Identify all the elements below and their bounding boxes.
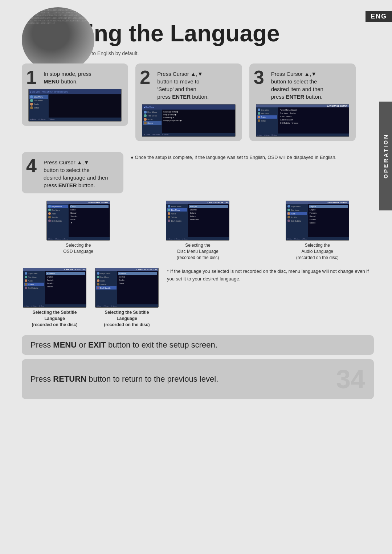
step-3-title-bar: LANGUAGE SETUP: [256, 104, 349, 107]
sub2-menurow-4: Subtitle: [96, 283, 117, 286]
step-2-label-2: Title Menu: [147, 115, 156, 117]
step-3-icon-2: [258, 112, 260, 115]
audio-val-2: English: [309, 208, 348, 211]
screenshot-audio-frame: LANGUAGE SETUP Player Menu Disc Menu: [286, 201, 349, 241]
osd-icon-5: [48, 219, 51, 222]
press-menu-pre: Press: [30, 340, 53, 349]
step-2-item-4: Setup: [143, 121, 162, 125]
sub1-bottom-menu: ☰ Menu: [39, 305, 44, 307]
osd-val-2: Dansk: [70, 208, 109, 211]
step-3-val-3: Audio : French: [279, 115, 348, 118]
screenshot-audio: LANGUAGE SETUP Player Menu Disc Menu: [261, 201, 374, 260]
step-3-right: Player Menu : English Disc Menu : Englis…: [278, 107, 349, 134]
step-4-number: 4: [26, 156, 37, 175]
audio-bottom-return: ↺ Return: [294, 238, 299, 240]
step-1-menu: Disc Menu Title Menu Audio: [29, 94, 121, 118]
screenshot-osd-frame: LANGUAGE SETUP Player Menu Disc Menu: [46, 201, 110, 241]
osd-menurow-3: Audio: [48, 212, 68, 215]
step-2-box: 2 Press Cursor ▲,▼button to move to'Setu…: [135, 63, 242, 141]
step-3-label-title: Title Menu: [261, 112, 269, 115]
sub2-left: Player Menu Disc Menu Audi: [95, 271, 117, 304]
step-3-text: Press Cursor ▲,▼button to select thedesi…: [271, 70, 349, 100]
step-2-screen: ■ Disc Menu Disc Menu Title Menu: [142, 104, 235, 137]
step-1-item-2: Title Menu: [29, 99, 48, 102]
step-1-bottom-menu: ☰ Menu: [48, 118, 55, 120]
sub2-label-5: DivX Subtitle: [100, 287, 111, 289]
sub2-menurow-1: Player Menu: [96, 272, 117, 275]
step-2-screen-content: ■ Disc Menu Disc Menu Title Menu: [142, 104, 235, 136]
osd-label-1: Player Menu: [52, 205, 62, 208]
osd-icon-1: [48, 205, 51, 208]
sub1-caption-bold: Selecting the Subtitle Language(recorded…: [32, 310, 77, 327]
step-3-bottom-return: ↺ Return: [264, 134, 270, 136]
step-1-bottom-enter: ⊕ Enter: [30, 118, 36, 120]
sub1-menurow-3: Audio: [24, 279, 44, 282]
step-4-pre: Press Cursor ▲,▼button to select thedesi…: [44, 159, 108, 188]
step-1-menubar: ■ Disc Menu Press ENTER key for Disc Men…: [29, 89, 121, 94]
step-2-label-3: Audio: [147, 118, 152, 120]
step-2-pre: Press Cursor ▲,▼button to move to'Setup'…: [157, 71, 209, 100]
step-2-menubar-text: ■ Disc Menu: [144, 106, 154, 108]
sub2-label-3: Audio: [100, 280, 105, 282]
audio-label-3: Audio: [291, 213, 295, 215]
step-1-label-4: Setup: [34, 107, 39, 109]
osd-val-4: Svenska: [70, 215, 109, 218]
sub1-icon-2: [25, 276, 27, 278]
operation-sidebar: OPERATION: [379, 102, 392, 210]
disc-menurow-2: Disc Menu: [167, 208, 187, 212]
step-2-text: Press Cursor ▲,▼button to move to'Setup'…: [157, 70, 235, 100]
step-2-number: 2: [140, 68, 150, 87]
step-3-bottom-menu: ☰ Menu: [271, 134, 277, 136]
disc-menurow-4: Subtitle: [167, 216, 187, 219]
sub1-val-3: Deutsch: [46, 279, 85, 282]
audio-bottombar: ⊕ Enter ↺ Return ☰ Menu: [286, 237, 349, 240]
step-2-label-1: Disc Menu: [147, 111, 157, 113]
audio-menurow-2: Disc Menu: [287, 208, 307, 212]
press-menu-bar: Press MENU or EXIT button to exit the se…: [22, 335, 374, 355]
sub2-icon-3: [97, 279, 99, 282]
osd-label-3: Audio: [52, 213, 56, 215]
screenshots-row1: LANGUAGE SETUP Player Menu Disc Menu: [22, 201, 374, 260]
sub2-menurow-5: DivX Subtitle: [96, 286, 117, 290]
sub1-left: Player Menu Disc Menu Audi: [23, 271, 45, 304]
step-1-line1: In stop mode, pressMENU button.: [44, 71, 91, 85]
header: 0101010010101011101010010101001101010100…: [0, 0, 392, 49]
sub1-val-5: Italiano: [46, 285, 85, 288]
sub2-label-2: Disc Menu: [100, 276, 109, 278]
sub2-menurow-2: Disc Menu: [96, 275, 117, 279]
press-return-content: Press RETURN button to return to the pre…: [30, 374, 218, 384]
step-3-number: 3: [254, 68, 264, 87]
audio-title: LANGUAGE SETUP: [286, 201, 349, 204]
osd-icon-4: [48, 216, 51, 218]
osd-menurow-2: Disc Menu: [48, 208, 68, 212]
step-3-val-5: DivX Subtitle : Unicode: [279, 122, 348, 124]
osd-menurow-5: DivX Subtitle: [48, 219, 68, 222]
audio-menurow-1: Player Menu: [287, 205, 307, 208]
step-3-menurow-1: Disc Menu: [257, 108, 277, 111]
sub2-caption: Selecting the Subtitle Language(recorded…: [94, 309, 160, 328]
sub2-bottom-menu: ☰ Menu: [111, 305, 117, 307]
step-2-option-1: Language Setup ▶: [163, 110, 234, 113]
disc-left: Player Menu Disc Menu Audio: [166, 204, 188, 237]
step-3-menurow-3: Audio: [257, 115, 277, 119]
osd-right: Česky Dansk Magyar Svenska Norse ▼: [69, 204, 110, 237]
audio-icon-5: [287, 219, 290, 222]
disc-label: Selecting theDisc Menu Language(recorded…: [177, 242, 219, 260]
disc-icon-2: [168, 209, 170, 211]
step-1-bottombar: ⊕ Enter ↺ Return ☰ Menu: [29, 118, 121, 121]
sub1-val-4: Español: [46, 282, 85, 285]
osd-title: LANGUAGE SETUP: [47, 201, 110, 204]
bottom-section: LANGUAGE SETUP Player Menu: [22, 266, 374, 328]
sub1-bottom-return: ↺ Return: [31, 305, 37, 307]
step-2-item-3: Audio: [143, 118, 162, 121]
osd-body: Player Menu Disc Menu Audio: [47, 204, 110, 237]
disc-label-4: Subtitle: [171, 216, 177, 218]
audio-label-2: Disc Menu: [291, 209, 299, 211]
audio-icon-1: [287, 205, 290, 208]
audio-val-4: Deutsch: [309, 215, 348, 218]
step-1-bold: MENU: [44, 78, 60, 85]
step-3-bold: ENTER: [286, 94, 305, 100]
audio-menurow-5: DivX Subtitle: [287, 219, 307, 222]
disc-bottom-menu: ☰ Menu: [182, 238, 187, 240]
disc-menurow-3: Audio: [167, 212, 187, 215]
